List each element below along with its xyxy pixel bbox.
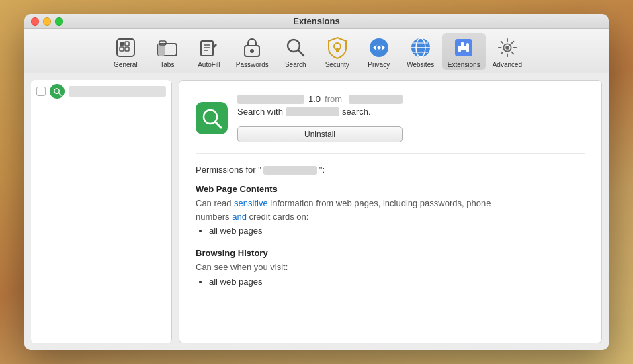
toolbar-label-general: General (114, 61, 138, 69)
title-bar: Extensions (24, 14, 609, 29)
svg-point-27 (505, 46, 509, 50)
detail-panel: 1.0 from Search with search. Uninstall (179, 80, 602, 343)
svg-line-15 (298, 50, 304, 56)
search-with-prefix: Search with (237, 107, 283, 117)
permission-name-blurred (263, 166, 317, 175)
extension-title-row: 1.0 from (237, 94, 403, 104)
toolbar-item-general[interactable]: General (106, 33, 146, 70)
uninstall-button[interactable]: Uninstall (237, 126, 403, 142)
permission-browsing-history-heading: Browsing History (196, 248, 585, 258)
toolbar-item-tabs[interactable]: Tabs (147, 33, 187, 70)
toolbar-label-passwords: Passwords (236, 61, 269, 69)
perm-item-all-web-pages-1: all web pages (209, 226, 585, 236)
websites-icon (409, 36, 433, 60)
toolbar-label-extensions: Extensions (448, 61, 480, 69)
permission-browsing-history-desc: Can see when you visit: (196, 261, 585, 274)
toolbar-item-advanced[interactable]: Advanced (487, 33, 528, 70)
toolbar-label-tabs: Tabs (160, 61, 174, 69)
permission-web-page-contents-desc: Can read sensitive information from web … (196, 197, 585, 223)
toolbar-item-autofill[interactable]: AutoFill (189, 33, 229, 70)
permissions-prefix: Permissions for " (196, 165, 261, 175)
svg-point-13 (250, 49, 254, 53)
sidebar (31, 80, 172, 343)
extension-source (349, 95, 403, 104)
highlight-sensitive: sensitive (234, 198, 268, 208)
svg-line-31 (216, 122, 221, 128)
toolbar: General Tabs (24, 29, 609, 73)
toolbar-item-extensions[interactable]: Extensions (442, 33, 486, 70)
minimize-button[interactable] (43, 17, 51, 26)
perm-item-all-web-pages-2: all web pages (209, 277, 585, 287)
permission-web-page-items: all web pages (209, 226, 585, 236)
extension-name-blurred (69, 86, 166, 97)
general-icon (114, 36, 138, 60)
extension-info: 1.0 from Search with search. Uninstall (237, 94, 403, 142)
permission-web-page-contents-heading: Web Page Contents (196, 184, 585, 194)
svg-rect-8 (201, 41, 213, 56)
toolbar-label-websites: Websites (407, 61, 434, 69)
privacy-icon (367, 36, 391, 60)
svg-point-20 (377, 46, 380, 50)
extension-name-inline (286, 107, 339, 116)
autofill-icon (197, 36, 221, 60)
window: Extensions General (24, 14, 609, 350)
extension-description: Search with search. (237, 107, 403, 117)
permissions-title: Permissions for "": (196, 165, 585, 175)
tabs-icon (155, 36, 179, 60)
search-toolbar-icon (284, 36, 308, 60)
security-icon (325, 36, 349, 60)
extension-version: 1.0 (308, 94, 321, 104)
permission-browsing-history: Browsing History Can see when you visit:… (196, 248, 585, 287)
svg-line-29 (58, 93, 61, 95)
advanced-icon (495, 36, 519, 60)
search-with-suffix: search. (342, 107, 371, 117)
extensions-icon (452, 36, 476, 60)
extension-header: 1.0 from Search with search. Uninstall (196, 94, 585, 154)
permissions-section: Permissions for "": Web Page Contents Ca… (196, 165, 585, 287)
extension-icon (196, 102, 228, 134)
toolbar-item-search[interactable]: Search (276, 33, 316, 70)
toolbar-item-security[interactable]: Security (317, 33, 357, 70)
close-button[interactable] (31, 17, 39, 26)
extension-name (237, 95, 304, 104)
sidebar-header (31, 80, 171, 103)
permission-web-page-contents: Web Page Contents Can read sensitive inf… (196, 184, 585, 236)
svg-rect-2 (120, 47, 124, 51)
maximize-button[interactable] (55, 17, 63, 26)
traffic-lights (31, 17, 63, 26)
desktop: YANTIBSPYWARE.COM Extensions (0, 0, 633, 364)
passwords-icon (240, 36, 264, 60)
toolbar-label-security: Security (325, 61, 349, 69)
svg-rect-3 (125, 42, 129, 46)
main-content: 1.0 from Search with search. Uninstall (24, 73, 609, 350)
extension-from: from (325, 94, 342, 104)
extensions-list (31, 103, 171, 343)
svg-rect-1 (120, 42, 124, 46)
extension-search-icon (50, 84, 65, 99)
toolbar-label-search: Search (285, 61, 306, 69)
svg-rect-17 (336, 48, 339, 52)
toolbar-label-privacy: Privacy (368, 61, 390, 69)
window-title: Extensions (293, 16, 339, 26)
permission-browsing-items: all web pages (209, 277, 585, 287)
toolbar-label-advanced: Advanced (493, 61, 522, 69)
toolbar-item-passwords[interactable]: Passwords (230, 33, 274, 70)
highlight-and: and (232, 212, 247, 222)
select-all-checkbox[interactable] (36, 87, 46, 96)
toolbar-label-autofill: AutoFill (198, 61, 220, 69)
toolbar-item-privacy[interactable]: Privacy (359, 33, 399, 70)
svg-rect-4 (125, 47, 129, 51)
permissions-suffix: ": (319, 165, 325, 175)
toolbar-item-websites[interactable]: Websites (400, 33, 441, 70)
